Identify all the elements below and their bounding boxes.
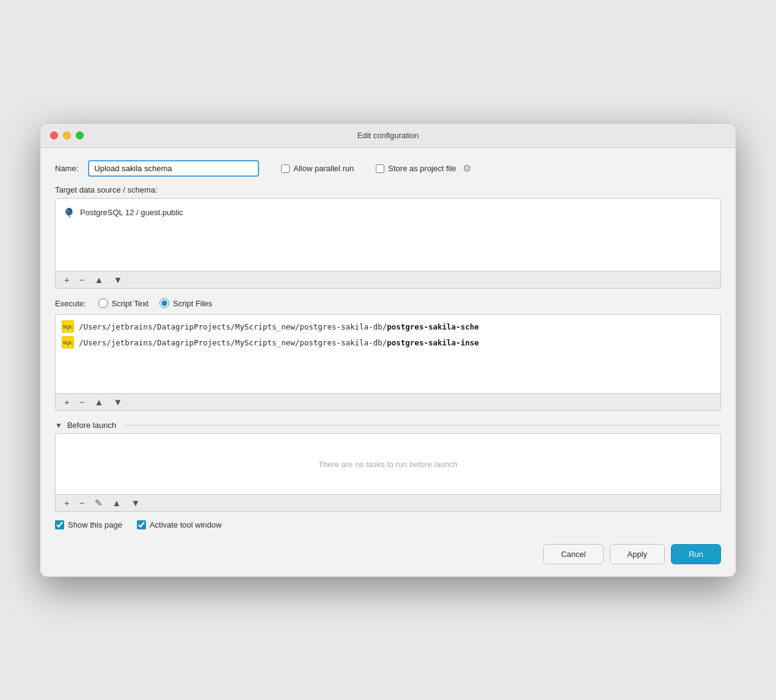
footer-buttons: Cancel Apply Run [55,542,721,564]
datasource-section-label: Target data source / schema: [55,185,721,194]
show-page-item: Show this page [55,520,122,529]
activate-tool-label: Activate tool window [150,520,222,529]
datasource-up-button[interactable]: ▲ [92,274,106,286]
parallel-run-group: Allow parallel run [281,164,354,173]
activate-tool-item: Activate tool window [137,520,222,529]
script-path-bold-1: postgres-sakila-sche [387,322,479,331]
show-page-label: Show this page [68,520,122,529]
before-launch-add-button[interactable]: + [62,497,72,509]
script-files-label: Script Files [173,299,212,308]
titlebar: Edit configuration [40,123,736,148]
before-launch-header: ▼ Before launch [55,421,721,430]
bottom-checkboxes-row: Show this page Activate tool window [55,520,721,529]
datasource-add-button[interactable]: + [62,274,72,286]
edit-configuration-window: Edit configuration Name: Allow parallel … [40,123,736,577]
script-files-radio[interactable] [159,298,169,308]
radio-script-text[interactable]: Script Text [98,298,148,308]
script-path-normal-1: /Users/jetbrains/DatagripProjects/MyScri… [79,322,387,331]
script-path-bold-2: postgres-sakila-inse [387,338,479,347]
before-launch-empty-text: There are no tasks to run before launch [318,460,458,469]
svg-point-1 [70,209,72,212]
scripts-box: SQL /Users/jetbrains/DatagripProjects/My… [55,314,721,394]
close-button[interactable] [50,131,58,139]
before-launch-label: Before launch [67,421,116,430]
name-label: Name: [55,164,78,173]
cancel-button[interactable]: Cancel [543,544,603,564]
before-launch-down-button[interactable]: ▼ [128,497,142,509]
allow-parallel-run-label: Allow parallel run [293,164,354,173]
scripts-add-button[interactable]: + [62,396,72,408]
activate-tool-checkbox[interactable] [137,520,146,529]
radio-script-files[interactable]: Script Files [159,298,212,308]
script-text-label: Script Text [112,299,148,308]
name-row: Name: Allow parallel run Store as projec… [55,160,721,177]
maximize-button[interactable] [76,131,84,139]
run-button[interactable]: Run [671,544,721,564]
sql-icon-1: SQL [62,320,74,333]
before-launch-section: ▼ Before launch There are no tasks to ru… [55,421,721,512]
before-launch-edit-button[interactable]: ✎ [92,497,105,509]
before-launch-toolbar: + − ✎ ▲ ▼ [55,495,721,512]
execute-row: Execute: Script Text Script Files [55,298,721,308]
apply-button[interactable]: Apply [610,544,665,564]
gear-icon[interactable]: ⚙ [463,163,471,174]
store-as-project-label: Store as project file [388,164,456,173]
store-project-group: Store as project file ⚙ [376,163,470,174]
name-input[interactable] [88,160,259,177]
scripts-toolbar: + − ▲ ▼ [55,394,721,411]
script-path-2: /Users/jetbrains/DatagripProjects/MyScri… [79,338,479,347]
sql-icon-2: SQL [62,336,74,348]
script-text-radio[interactable] [98,298,108,308]
show-page-checkbox[interactable] [55,520,64,529]
script-path-1: /Users/jetbrains/DatagripProjects/MyScri… [79,322,479,331]
minimize-button[interactable] [63,131,71,139]
script-item-2[interactable]: SQL /Users/jetbrains/DatagripProjects/My… [62,334,714,350]
datasource-remove-button[interactable]: − [77,274,87,286]
allow-parallel-run-checkbox[interactable] [281,164,290,173]
scripts-remove-button[interactable]: − [77,396,87,408]
before-launch-up-button[interactable]: ▲ [110,497,124,509]
svg-point-2 [67,210,68,212]
before-launch-divider [123,425,721,426]
datasource-down-button[interactable]: ▼ [111,274,125,286]
before-launch-box: There are no tasks to run before launch [55,433,721,495]
content-area: Name: Allow parallel run Store as projec… [40,148,736,577]
datasource-text: PostgreSQL 12 / guest.public [80,208,183,217]
collapse-arrow-icon[interactable]: ▼ [55,421,62,430]
script-item-1[interactable]: SQL /Users/jetbrains/DatagripProjects/My… [62,319,714,334]
datasource-box: PostgreSQL 12 / guest.public [55,198,721,271]
postgres-icon [63,206,75,218]
store-as-project-checkbox[interactable] [376,164,384,173]
scripts-up-button[interactable]: ▲ [92,396,106,408]
scripts-down-button[interactable]: ▼ [111,396,125,408]
script-path-normal-2: /Users/jetbrains/DatagripProjects/MyScri… [79,338,387,347]
radio-group: Script Text Script Files [98,298,213,308]
datasource-item[interactable]: PostgreSQL 12 / guest.public [63,205,713,219]
traffic-lights [50,131,84,139]
datasource-toolbar: + − ▲ ▼ [55,271,721,289]
window-title: Edit configuration [357,131,419,140]
before-launch-remove-button[interactable]: − [77,497,87,509]
execute-label: Execute: [55,299,86,308]
